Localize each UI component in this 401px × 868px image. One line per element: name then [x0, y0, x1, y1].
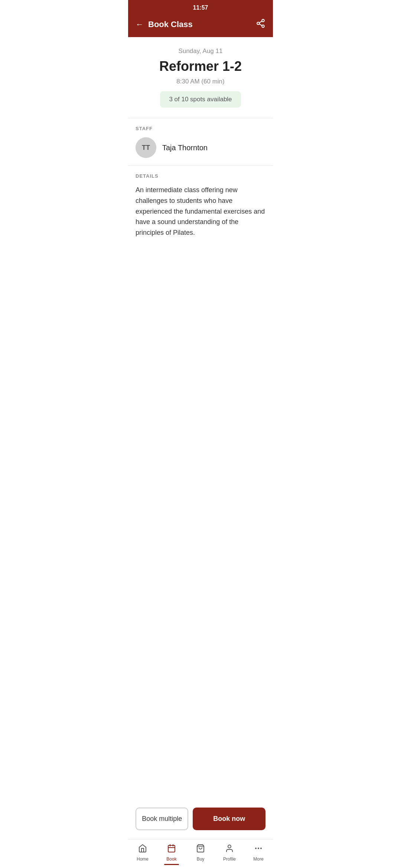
- svg-line-3: [259, 24, 262, 26]
- status-bar: 11:57: [128, 0, 273, 14]
- header-title: Book Class: [148, 20, 193, 29]
- details-label: DETAILS: [136, 173, 265, 179]
- staff-initials: TT: [142, 144, 150, 152]
- staff-name: Taja Thornton: [162, 144, 208, 152]
- page-header: ← Book Class: [128, 14, 273, 37]
- spots-badge: 3 of 10 spots available: [160, 91, 241, 108]
- share-icon[interactable]: [256, 19, 265, 30]
- main-content: Sunday, Aug 11 Reformer 1-2 8:30 AM (60 …: [128, 37, 273, 290]
- back-icon: ←: [136, 20, 144, 29]
- details-description: An intermediate class offering new chall…: [136, 185, 265, 238]
- staff-item: TT Taja Thornton: [136, 137, 265, 158]
- class-name: Reformer 1-2: [136, 59, 265, 74]
- svg-line-4: [259, 21, 262, 23]
- class-date: Sunday, Aug 11: [136, 47, 265, 55]
- status-time: 11:57: [193, 4, 208, 11]
- staff-section: STAFF TT Taja Thornton: [136, 118, 265, 165]
- staff-label: STAFF: [136, 126, 265, 131]
- class-time: 8:30 AM (60 min): [136, 78, 265, 85]
- back-button[interactable]: ← Book Class: [136, 20, 193, 29]
- staff-avatar: TT: [136, 137, 156, 158]
- details-section: DETAILS An intermediate class offering n…: [136, 166, 265, 246]
